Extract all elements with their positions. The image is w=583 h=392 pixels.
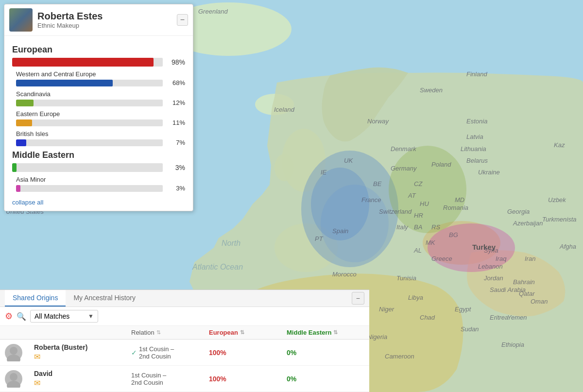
western-europe-pct: 68%	[167, 79, 185, 86]
scandinavia-bar-row: 12%	[16, 99, 185, 106]
western-europe-bar-container	[16, 80, 163, 86]
middle-eastern-pct: 3%	[167, 164, 185, 171]
british-isles-bar-fill	[16, 139, 26, 146]
asia-minor-subcategory: Asia Minor 3%	[16, 176, 185, 192]
relation-sort-icon[interactable]: ⇅	[156, 329, 161, 336]
row-name-col-1: Roberta (Buster) ✉	[34, 343, 131, 361]
avatar-icon-1	[5, 344, 22, 361]
row-relation-2: 1st Cousin –2nd Cousin	[131, 372, 209, 386]
british-isles-bar-container	[16, 139, 163, 146]
western-europe-bar-fill	[16, 80, 113, 86]
asia-minor-bar-container	[16, 185, 163, 192]
svg-point-10	[428, 223, 515, 272]
scandinavia-bar-container	[16, 100, 163, 106]
avatar-icon-2	[5, 370, 22, 388]
row-middle-1: 0%	[287, 349, 364, 357]
middle-eastern-bar-fill	[12, 163, 17, 172]
european-pct: 98%	[167, 58, 185, 66]
middle-sort-icon[interactable]: ⇅	[333, 329, 338, 336]
eastern-europe-bar-container	[16, 119, 163, 126]
table-body: Roberta (Buster) ✉ ✓ 1st Cousin –2nd Cou…	[0, 340, 369, 392]
scandinavia-label: Scandinavia	[16, 90, 185, 98]
western-europe-subcategory: Western and Central Europe 68%	[16, 70, 185, 86]
th-relation-label: Relation	[131, 329, 154, 336]
th-middle-eastern: Middle Eastern ⇅	[287, 329, 364, 336]
asia-minor-bar-row: 3%	[16, 185, 185, 192]
svg-point-14	[10, 373, 17, 381]
check-mark-1: ✓	[131, 349, 137, 357]
european-bar-container	[12, 58, 163, 67]
th-name	[34, 329, 131, 336]
asia-minor-bar-fill	[16, 185, 20, 192]
svg-point-13	[7, 355, 20, 361]
row-name-2: David	[34, 370, 131, 377]
row-name-col-2: David ✉	[34, 370, 131, 388]
ethnic-content: European 98% Western and Central Europe …	[4, 36, 193, 211]
tabs-row: Shared Origins My Ancestral History −	[0, 290, 369, 307]
collapse-all-link[interactable]: collapse all	[12, 199, 43, 206]
british-isles-subcategory: British Isles 7%	[16, 130, 185, 146]
th-relation: Relation ⇅	[131, 329, 209, 336]
search-icon: 🔍	[17, 312, 26, 321]
middle-eastern-bar-row: 3%	[12, 163, 185, 172]
row-relation-1: ✓ 1st Cousin –2nd Cousin	[131, 345, 209, 360]
avatar	[9, 8, 33, 32]
svg-point-15	[7, 381, 20, 388]
th-middle-label: Middle Eastern	[287, 329, 331, 336]
table-row: David ✉ 1st Cousin –2nd Cousin 100% 0%	[0, 366, 369, 392]
ethnic-panel: Roberta Estes Ethnic Makeup − European 9…	[4, 4, 193, 211]
row-email-icon-1[interactable]: ✉	[34, 352, 131, 361]
user-subtitle: Ethnic Makeup	[37, 22, 177, 29]
tab-shared-origins[interactable]: Shared Origins	[5, 290, 66, 307]
row-avatar-2	[5, 370, 34, 388]
row-european-1: 100%	[209, 349, 287, 357]
user-name: Roberta Estes	[37, 11, 177, 22]
svg-point-11	[321, 185, 389, 262]
british-isles-bar-row: 7%	[16, 139, 185, 146]
all-matches-dropdown[interactable]: All Matches ▼	[30, 310, 98, 323]
eastern-europe-subcategory: Eastern Europe 11%	[16, 110, 185, 126]
asia-minor-pct: 3%	[167, 185, 185, 192]
dropdown-arrow-icon: ▼	[88, 313, 94, 320]
middle-eastern-category-title: Middle Eastern	[12, 150, 185, 160]
row-middle-2: 0%	[287, 375, 364, 383]
table-header: Relation ⇅ European ⇅ Middle Eastern ⇅	[0, 326, 369, 340]
eastern-europe-pct: 11%	[167, 119, 185, 126]
svg-point-4	[274, 154, 294, 181]
eastern-europe-bar-row: 11%	[16, 119, 185, 126]
western-europe-label: Western and Central Europe	[16, 70, 185, 78]
european-sort-icon[interactable]: ⇅	[240, 329, 244, 336]
row-email-icon-2[interactable]: ✉	[34, 378, 131, 388]
british-isles-label: British Isles	[16, 130, 185, 137]
tab-minimize-button[interactable]: −	[352, 292, 364, 305]
svg-point-9	[389, 146, 466, 233]
table-row: Roberta (Buster) ✉ ✓ 1st Cousin –2nd Cou…	[0, 340, 369, 366]
tab-ancestral-history[interactable]: My Ancestral History	[66, 290, 143, 307]
filter-icon: ⚙	[5, 311, 13, 322]
ethnic-header: Roberta Estes Ethnic Makeup −	[4, 4, 193, 36]
scandinavia-pct: 12%	[167, 99, 185, 106]
th-european: European ⇅	[209, 329, 287, 336]
bottom-panel: Shared Origins My Ancestral History − ⚙ …	[0, 290, 369, 392]
row-relation-text-1: 1st Cousin –2nd Cousin	[139, 345, 174, 360]
minimize-button[interactable]: −	[177, 14, 188, 26]
european-category-title: European	[12, 45, 185, 55]
british-isles-pct: 7%	[167, 139, 185, 146]
header-text: Roberta Estes Ethnic Makeup	[37, 11, 177, 29]
row-relation-text-2: 1st Cousin –2nd Cousin	[131, 372, 166, 386]
row-name-1: Roberta (Buster)	[34, 343, 131, 351]
th-avatar	[5, 329, 34, 336]
western-europe-bar-row: 68%	[16, 79, 185, 86]
th-european-label: European	[209, 329, 238, 336]
eastern-europe-bar-fill	[16, 119, 32, 126]
european-bar-row: 98%	[12, 58, 185, 67]
avatar-image	[9, 8, 33, 32]
table-controls: ⚙ 🔍 All Matches ▼	[0, 307, 369, 326]
middle-eastern-bar-container	[12, 163, 163, 172]
row-european-2: 100%	[209, 375, 287, 383]
scandinavia-subcategory: Scandinavia 12%	[16, 90, 185, 106]
row-avatar-1	[5, 344, 34, 361]
asia-minor-label: Asia Minor	[16, 176, 185, 183]
european-bar-fill	[12, 58, 154, 67]
eastern-europe-label: Eastern Europe	[16, 110, 185, 118]
